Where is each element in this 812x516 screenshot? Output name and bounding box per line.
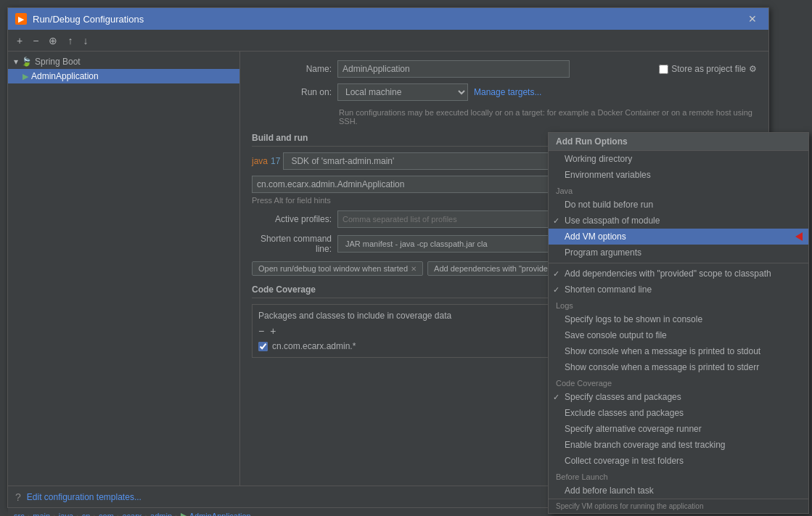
specify-classes-check: ✓: [553, 393, 559, 402]
breadcrumb-adminapplication[interactable]: AdminApplication: [189, 512, 251, 517]
help-button[interactable]: ?: [15, 491, 21, 503]
left-panel: ▾ 🍃 Spring Boot ▶ AdminApplication: [8, 52, 240, 486]
use-classpath-label: Use classpath of module: [565, 216, 660, 226]
popup-item-env-vars[interactable]: Environment variables: [549, 167, 808, 183]
close-button[interactable]: ✕: [744, 12, 761, 26]
name-input[interactable]: [337, 60, 570, 78]
popup-item-show-stderr[interactable]: Show console when a message is printed t…: [549, 359, 808, 375]
popup-item-no-build[interactable]: Do not build before run: [549, 197, 808, 213]
tag-open-debug: Open run/debug tool window when started …: [252, 261, 423, 276]
specify-logs-label: Specify logs to be shown in console: [565, 314, 702, 324]
coverage-item-label: cn.com.ecarx.admin.*: [272, 341, 356, 351]
store-label: Store as project file: [671, 64, 746, 74]
java-version: 17: [271, 156, 280, 166]
popup-item-show-stdout[interactable]: Show console when a message is printed t…: [549, 343, 808, 359]
store-checkbox-row: Store as project file ⚙: [659, 64, 757, 74]
popup-item-save-console[interactable]: Save console output to file: [549, 327, 808, 343]
code-cov-section-label: Code Coverage: [549, 375, 808, 389]
dialog-title: Run/Debug Configurations: [33, 14, 144, 25]
popup-item-exclude-classes[interactable]: Exclude classes and packages: [549, 405, 808, 421]
program-args-label: Program arguments: [565, 247, 641, 258]
popup-item-shorten-cmd[interactable]: ✓ Shorten command line: [549, 282, 808, 298]
expand-icon: ▾: [14, 57, 18, 67]
name-label: Name:: [252, 64, 332, 74]
shorten-label: Shorten command line:: [252, 234, 332, 254]
popup-item-collect-coverage[interactable]: Collect coverage in test folders: [549, 453, 808, 469]
popup-header: Add Run Options: [549, 133, 808, 151]
shorten-cmd-check: ✓: [553, 285, 559, 295]
run-on-select[interactable]: Local machine: [337, 83, 468, 101]
specify-classes-label: Specify classes and packages: [565, 392, 681, 402]
active-profiles-label: Active profiles:: [252, 214, 332, 224]
admin-application-item[interactable]: ▶ AdminApplication: [8, 69, 239, 83]
add-config-button[interactable]: +: [14, 33, 25, 48]
no-build-label: Do not build before run: [565, 200, 653, 210]
dialog-icon: ▶: [15, 13, 27, 25]
add-run-options-popup: Add Run Options Working directory Enviro…: [548, 132, 809, 514]
tag-open-debug-close[interactable]: ✕: [411, 265, 417, 273]
add-vm-label: Add VM options: [565, 232, 626, 242]
popup-item-specify-classes[interactable]: ✓ Specify classes and packages: [549, 389, 808, 405]
run-hint-text: Run configurations may be executed local…: [339, 108, 757, 126]
run-on-label: Run on:: [252, 87, 332, 97]
breadcrumb-ecarx[interactable]: ecarx: [122, 512, 142, 517]
store-checkbox[interactable]: [659, 65, 668, 74]
branch-coverage-label: Enable branch coverage and test tracking: [565, 440, 725, 450]
popup-item-specify-logs[interactable]: Specify logs to be shown in console: [549, 311, 808, 327]
show-stderr-label: Show console when a message is printed t…: [565, 362, 759, 372]
red-arrow-indicator: [795, 232, 803, 241]
alt-runner-label: Specify alternative coverage runner: [565, 424, 702, 434]
use-classpath-check: ✓: [553, 216, 559, 226]
popup-item-program-args[interactable]: Program arguments: [549, 245, 808, 261]
tag-open-debug-label: Open run/debug tool window when started: [258, 264, 408, 273]
breadcrumb-app-icon: ▶: [181, 511, 186, 516]
popup-item-alt-runner[interactable]: Specify alternative coverage runner: [549, 421, 808, 437]
popup-item-add-before-launch[interactable]: Add before launch task: [549, 483, 808, 499]
before-launch-section-label: Before Launch: [549, 469, 808, 483]
breadcrumb-main[interactable]: main: [33, 512, 50, 517]
popup-footer-hint: Specify VM options for running the appli…: [549, 499, 808, 513]
run-on-row: Run on: Local machine Manage targets...: [252, 83, 757, 101]
popup-item-add-deps[interactable]: ✓ Add dependencies with "provided" scope…: [549, 266, 808, 282]
manage-targets-link[interactable]: Manage targets...: [474, 87, 541, 97]
popup-item-branch-coverage[interactable]: Enable branch coverage and test tracking: [549, 437, 808, 453]
title-bar: ▶ Run/Debug Configurations ✕: [8, 8, 768, 30]
admin-app-label: AdminApplication: [31, 71, 99, 81]
coverage-item-checkbox[interactable]: [258, 342, 268, 351]
working-dir-label: Working directory: [565, 154, 632, 164]
remove-config-button[interactable]: −: [30, 33, 41, 48]
collect-coverage-label: Collect coverage in test folders: [565, 456, 684, 466]
shorten-cmd-label: Shorten command line: [565, 284, 652, 295]
breadcrumb-cn[interactable]: cn: [82, 512, 91, 517]
popup-item-working-dir[interactable]: Working directory: [549, 151, 808, 167]
add-deps-label: Add dependencies with "provided" scope t…: [565, 269, 771, 279]
move-up-button[interactable]: ↑: [65, 33, 75, 48]
breadcrumb-src[interactable]: src: [14, 512, 25, 517]
breadcrumb-admin[interactable]: admin: [150, 512, 172, 517]
add-deps-check: ✓: [553, 269, 559, 279]
coverage-remove-button[interactable]: −: [258, 325, 264, 337]
move-down-button[interactable]: ↓: [80, 33, 91, 48]
copy-config-button[interactable]: ⊕: [46, 33, 60, 48]
java-keyword: java: [252, 156, 268, 166]
coverage-add-button[interactable]: +: [270, 325, 276, 337]
env-vars-label: Environment variables: [565, 170, 651, 180]
edit-templates-link[interactable]: Edit configuration templates...: [27, 492, 142, 502]
dialog-toolbar: + − ⊕ ↑ ↓: [8, 30, 768, 52]
breadcrumb-java[interactable]: java: [59, 512, 73, 517]
name-row: Name: Store as project file ⚙: [252, 60, 757, 78]
logs-section-label: Logs: [549, 298, 808, 311]
java-section-label: Java: [549, 183, 808, 197]
breadcrumb-com[interactable]: com: [99, 512, 114, 517]
popup-divider-1: [549, 263, 808, 263]
spring-boot-section[interactable]: ▾ 🍃 Spring Boot: [8, 54, 239, 69]
app-run-icon: ▶: [22, 72, 28, 81]
exclude-classes-label: Exclude classes and packages: [565, 408, 684, 418]
popup-item-add-vm[interactable]: Add VM options: [549, 229, 808, 245]
spring-icon: 🍃: [21, 57, 32, 67]
spring-boot-label: Spring Boot: [35, 57, 81, 67]
add-before-launch-label: Add before launch task: [565, 486, 654, 496]
popup-item-use-classpath[interactable]: ✓ Use classpath of module: [549, 213, 808, 229]
show-stdout-label: Show console when a message is printed t…: [565, 346, 760, 356]
settings-icon: ⚙: [749, 64, 757, 74]
